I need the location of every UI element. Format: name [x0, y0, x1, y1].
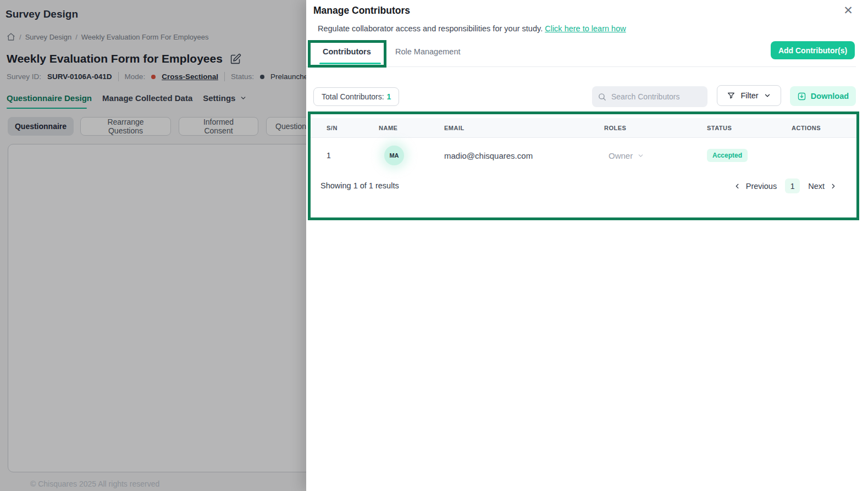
total-contributors-chip: Total Contributors: 1	[313, 87, 399, 106]
manage-contributors-modal: Manage Contributors ✕ Regulate collabora…	[306, 0, 868, 491]
chevron-down-icon	[637, 152, 644, 159]
row-serial-number: 1	[327, 151, 379, 160]
contributor-table-row: 1 MA madio@chisquares.com Owner Accepted	[311, 138, 856, 172]
status-badge: Accepted	[707, 149, 748, 162]
modal-subtitle: Regulate collaborator access and respons…	[318, 24, 626, 33]
avatar: MA	[384, 146, 404, 165]
close-icon[interactable]: ✕	[841, 3, 856, 18]
download-button[interactable]: Download	[790, 86, 856, 106]
col-name: NAME	[379, 125, 444, 131]
contributors-table-header: S/N NAME EMAIL ROLES STATUS ACTIONS	[311, 118, 856, 138]
download-icon	[797, 92, 806, 101]
previous-page-button[interactable]: Previous	[733, 182, 777, 191]
download-label: Download	[811, 92, 849, 101]
subtitle-text: Regulate collaborator access and respons…	[318, 24, 543, 33]
next-page-button[interactable]: Next	[808, 182, 837, 191]
chevron-right-icon	[830, 182, 837, 190]
filter-button[interactable]: Filter	[717, 85, 781, 106]
previous-label: Previous	[746, 182, 777, 191]
filter-label: Filter	[740, 91, 758, 100]
add-contributors-button[interactable]: Add Contributor(s)	[771, 41, 855, 59]
page-number-button[interactable]: 1	[785, 178, 800, 193]
col-sn: S/N	[327, 125, 379, 131]
contributor-email: madio@chisquares.com	[444, 151, 604, 160]
role-value: Owner	[609, 151, 633, 160]
tab-contributors[interactable]: Contributors	[323, 47, 371, 56]
chevron-down-icon	[764, 92, 771, 99]
tabbar-divider	[306, 66, 856, 67]
total-contributors-label: Total Contributors:	[322, 92, 384, 101]
learn-how-link[interactable]: Click here to learn how	[545, 24, 626, 33]
col-status: STATUS	[707, 125, 792, 131]
screen: Survey Design / Survey Design / Weekly E…	[0, 0, 868, 491]
next-label: Next	[808, 182, 825, 191]
pagination: Previous 1 Next	[733, 178, 837, 193]
role-dropdown[interactable]: Owner	[604, 151, 707, 160]
col-roles: ROLES	[604, 125, 707, 131]
search-icon	[598, 92, 607, 102]
results-summary: Showing 1 of 1 results	[320, 181, 399, 190]
contributors-tab-underline	[319, 63, 381, 64]
total-contributors-count: 1	[387, 92, 391, 101]
chevron-left-icon	[733, 182, 741, 190]
search-input[interactable]	[611, 92, 699, 101]
tab-role-management[interactable]: Role Management	[395, 47, 461, 56]
search-contributors-field[interactable]	[592, 86, 707, 107]
filter-funnel-icon	[727, 91, 736, 100]
col-actions: ACTIONS	[792, 125, 856, 131]
col-email: EMAIL	[444, 125, 604, 131]
modal-title: Manage Contributors	[313, 5, 410, 16]
